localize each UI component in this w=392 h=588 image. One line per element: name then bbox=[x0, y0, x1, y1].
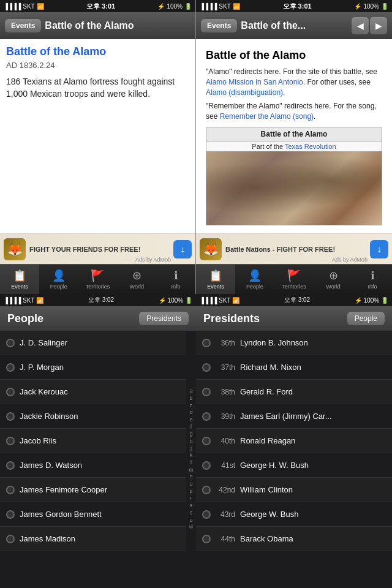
president-item[interactable]: 44th Barack Obama bbox=[196, 527, 392, 551]
list-item[interactable]: James Fenimore Cooper bbox=[0, 478, 186, 502]
president-item[interactable]: 38th Gerald R. Ford bbox=[196, 380, 392, 404]
pres-number: 40th bbox=[216, 437, 235, 445]
tab-people-left-top[interactable]: 👤 People bbox=[39, 265, 78, 294]
alpha-j: j bbox=[190, 445, 192, 453]
pres-name: Ronald Reagan bbox=[240, 436, 386, 445]
left-top-panel: ▐▐▐▐ SKT 📶 오후 3:01 ⚡ 100% 🔋 Events Battl… bbox=[0, 0, 196, 294]
left-top-events-btn[interactable]: Events bbox=[5, 19, 41, 32]
presidents-btn[interactable]: Presidents bbox=[139, 312, 189, 325]
president-item[interactable]: 36th Lyndon B. Johnson bbox=[196, 331, 392, 355]
wiki-box-title: Battle of the Alamo bbox=[206, 127, 382, 141]
right-top-ad-banner: 🦊 Battle Nations - FIGHT FOR FREE! ↓ Ads… bbox=[196, 233, 392, 264]
right-bottom-panel: ▐▐▐▐ SKT 📶 오후 3:02 ⚡ 100% 🔋 Presidents P… bbox=[196, 294, 392, 588]
president-item[interactable]: 37th Richard M. Nixon bbox=[196, 355, 392, 380]
alpha-u: u bbox=[189, 517, 192, 524]
people-btn[interactable]: People bbox=[347, 312, 385, 325]
right-bottom-header: Presidents People bbox=[196, 306, 392, 331]
pres-name: Richard M. Nixon bbox=[240, 363, 386, 372]
tab-world-right-top[interactable]: ⊕ World bbox=[314, 265, 353, 294]
left-top-content: Battle of the Alamo AD 1836.2.24 186 Tex… bbox=[0, 39, 195, 233]
pres-dot bbox=[202, 437, 211, 445]
signal-icon: ▐▐▐▐ bbox=[4, 3, 21, 10]
list-item[interactable]: James D. Watson bbox=[0, 453, 186, 478]
subtitle-text-a: Part of the bbox=[252, 143, 285, 150]
subtitle-link[interactable]: Texas Revolution bbox=[285, 143, 336, 150]
list-item[interactable]: J. P. Morgan bbox=[0, 355, 186, 380]
presidents-list-content: 36th Lyndon B. Johnson 37th Richard M. N… bbox=[196, 331, 392, 588]
tab-territories-left-top[interactable]: 🚩 Territories bbox=[78, 265, 118, 294]
right-top-events-btn[interactable]: Events bbox=[201, 19, 237, 32]
right-para1: "Alamo" redirects here. For the site of … bbox=[206, 67, 382, 97]
tab-people-right-top[interactable]: 👤 People bbox=[235, 265, 274, 294]
world-icon: ⊕ bbox=[132, 269, 141, 282]
alpha-g: g bbox=[189, 431, 192, 438]
tab-info-right-top[interactable]: ℹ Info bbox=[353, 265, 392, 294]
pres-name: William Clinton bbox=[240, 485, 386, 494]
ad-download-btn-right[interactable]: ↓ bbox=[370, 240, 388, 258]
list-item[interactable]: Jack Kerouac bbox=[0, 380, 186, 404]
alpha-d: d bbox=[189, 409, 192, 417]
alpha-m: m bbox=[189, 467, 194, 474]
list-item[interactable]: James Gordon Bennett bbox=[0, 502, 186, 527]
ad-download-btn-left[interactable]: ↓ bbox=[173, 240, 192, 258]
nav-forward-btn[interactable]: ▶ bbox=[370, 17, 387, 34]
president-item[interactable]: 40th Ronald Reagan bbox=[196, 429, 392, 453]
tab-events-left-top[interactable]: 📋 Events bbox=[0, 265, 39, 294]
para1-text-a: "Alamo" redirects here. For the site of … bbox=[206, 67, 377, 76]
left-top-tab-bar: 📋 Events 👤 People 🚩 Territories ⊕ World … bbox=[0, 264, 195, 294]
right-status-right2: ⚡ 100% 🔋 bbox=[354, 3, 388, 10]
pres-dot bbox=[202, 486, 211, 494]
para1-link1[interactable]: Alamo Mission in San Antonio bbox=[206, 78, 303, 86]
nav-back-btn[interactable]: ◀ bbox=[352, 17, 369, 34]
pres-name: Barack Obama bbox=[240, 534, 386, 543]
alpha-l: l bbox=[190, 459, 192, 467]
article-title[interactable]: Battle of the Alamo bbox=[6, 45, 189, 58]
list-dot bbox=[6, 461, 15, 470]
left-bot-carrier: ▐▐▐▐ SKT 📶 bbox=[4, 297, 43, 304]
tab-world-left-top[interactable]: ⊕ World bbox=[117, 265, 156, 294]
president-item[interactable]: 43rd George W. Bush bbox=[196, 502, 392, 527]
list-dot bbox=[6, 486, 15, 494]
pres-name: James Earl (Jimmy) Car... bbox=[240, 412, 386, 421]
pres-name: Lyndon B. Johnson bbox=[240, 338, 386, 347]
president-item[interactable]: 41st George H. W. Bush bbox=[196, 453, 392, 478]
bottom-half: ▐▐▐▐ SKT 📶 오후 3:02 ⚡ 100% 🔋 People Presi… bbox=[0, 294, 392, 588]
presidents-list-title: Presidents bbox=[203, 312, 260, 325]
time-label-r: 오후 3:01 bbox=[283, 2, 312, 11]
article-date: AD 1836.2.24 bbox=[6, 61, 189, 70]
right-main-title: Battle of the Alamo bbox=[206, 49, 382, 62]
president-item[interactable]: 42nd William Clinton bbox=[196, 478, 392, 502]
people-list-content: J. D. Salinger J. P. Morgan Jack Kerouac… bbox=[0, 331, 196, 588]
right-top-nav-bar: Events Battle of the... ◀ ▶ bbox=[196, 12, 392, 39]
alpha-k: k bbox=[190, 452, 193, 459]
left-bot-battery: ⚡ 100% 🔋 bbox=[159, 297, 192, 304]
para1-link2[interactable]: Alamo (disambiguation) bbox=[206, 88, 283, 97]
right-status-left: ⚡ 100% 🔋 bbox=[157, 3, 192, 10]
pres-dot bbox=[202, 461, 211, 470]
list-item[interactable]: James Madison bbox=[0, 527, 186, 551]
tab-events-right-top[interactable]: 📋 Events bbox=[196, 265, 235, 294]
president-item[interactable]: 39th James Earl (Jimmy) Car... bbox=[196, 404, 392, 429]
person-name: J. D. Salinger bbox=[20, 338, 180, 347]
alpha-n: n bbox=[189, 473, 192, 481]
alpha-o: o bbox=[189, 481, 192, 488]
nav-arrows: ◀ ▶ bbox=[352, 17, 387, 34]
people-icon: 👤 bbox=[52, 269, 66, 282]
tab-territories-label: Territories bbox=[86, 284, 110, 290]
list-item[interactable]: Jacob Riis bbox=[0, 429, 186, 453]
person-name: Jack Kerouac bbox=[20, 387, 180, 396]
alpha-r: r bbox=[190, 495, 192, 502]
carrier-label: SKT bbox=[23, 3, 34, 10]
people-list-items: J. D. Salinger J. P. Morgan Jack Kerouac… bbox=[0, 331, 186, 588]
tab-territories-right-top[interactable]: 🚩 Territories bbox=[274, 265, 314, 294]
pres-number: 41st bbox=[216, 461, 235, 470]
carrier-label-r: SKT bbox=[219, 3, 230, 10]
list-item[interactable]: Jackie Robinson bbox=[0, 404, 186, 429]
list-item[interactable]: J. D. Salinger bbox=[0, 331, 186, 355]
tab-world-label-r: World bbox=[326, 284, 340, 290]
tab-info-left-top[interactable]: ℹ Info bbox=[156, 265, 195, 294]
signal-icon-r: ▐▐▐▐ bbox=[200, 3, 217, 10]
para2-link[interactable]: Remember the Alamo (song) bbox=[220, 112, 314, 121]
alpha-index[interactable]: a b c d e f g h j k l m n o p r s bbox=[186, 331, 196, 588]
right-top-status-bar: ▐▐▐▐ SKT 📶 오후 3:01 ⚡ 100% 🔋 bbox=[196, 0, 392, 12]
